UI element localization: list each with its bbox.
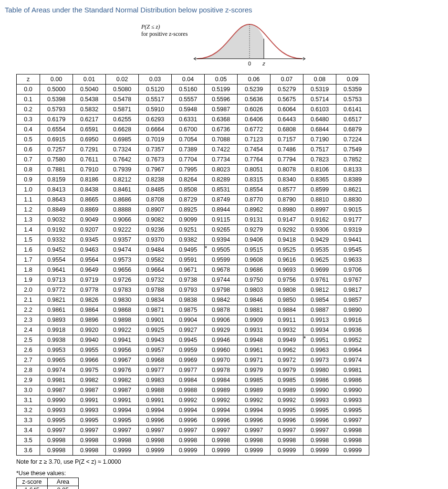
z-cell: 0.7291 <box>73 145 106 155</box>
z-table-row: 3.50.99980.99980.99980.99980.99980.99980… <box>17 436 369 446</box>
z-table-row: 2.30.98930.98960.98980.99010.99040.99060… <box>17 315 369 325</box>
z-cell: 0.9793 <box>172 285 205 295</box>
z-cell: 0.9988 <box>139 385 172 395</box>
z-table-row: 3.40.99970.99970.99970.99970.99970.99970… <box>17 425 369 436</box>
z-cell: 0.9906 <box>205 315 238 325</box>
z-cell: 0.9251 <box>172 225 205 235</box>
z-cell: 0.9999 <box>271 446 303 456</box>
z-cell: 0.9452 <box>40 245 73 255</box>
z-cell: 0.9957 <box>139 345 172 355</box>
z-table-col-header: 0.02 <box>106 74 139 85</box>
z-cell: 0.9938 <box>40 335 73 345</box>
z-cell: 0.9997 <box>271 425 303 436</box>
z-cell: 0.9997 <box>172 425 205 436</box>
z-cell: 0.9995 <box>271 405 303 415</box>
z-row-header: 2.7 <box>17 355 40 365</box>
z-cell: 0.9850 <box>271 295 303 305</box>
use-values-row: 1.6450.95← <box>17 486 79 489</box>
z-cell: 0.7054 <box>172 135 205 145</box>
z-cell: 0.9515 <box>238 245 271 255</box>
z-cell: 0.5160 <box>172 85 205 95</box>
z-score-table: z0.000.010.020.030.040.050.060.070.080.0… <box>16 74 369 456</box>
z-cell: 0.9686 <box>238 265 271 275</box>
z-cell: 0.9984 <box>172 375 205 385</box>
z-row-header: 0.5 <box>17 135 40 145</box>
z-cell: 0.8665 <box>73 195 106 205</box>
page-title: Table of Areas under the Standard Normal… <box>5 6 443 14</box>
z-cell: 0.9875 <box>172 305 205 315</box>
z-cell: 0.9976 <box>106 365 139 375</box>
z-cell: 0.9812 <box>303 285 336 295</box>
z-row-header: 0.9 <box>17 175 40 185</box>
z-cell: 0.7611 <box>73 155 106 165</box>
z-cell: 0.9756 <box>271 275 303 285</box>
z-cell: 0.9986 <box>336 375 369 385</box>
z-cell: 0.9987 <box>106 385 139 395</box>
z-cell: 0.9821 <box>40 295 73 305</box>
z-cell: 0.9032 <box>40 215 73 225</box>
z-row-header: 1.5 <box>17 235 40 245</box>
z-cell: 0.9998 <box>73 446 106 456</box>
z-table-row: 2.10.98210.98260.98300.98340.98380.98420… <box>17 295 369 305</box>
z-row-header: 1.4 <box>17 225 40 235</box>
z-cell: 0.7673 <box>139 155 172 165</box>
z-cell: 0.5987 <box>205 105 238 115</box>
z-cell: 0.9904 <box>172 315 205 325</box>
z-table-row: 0.90.81590.81860.82120.82380.82640.82890… <box>17 175 369 185</box>
z-cell: 0.9969 <box>172 355 205 365</box>
z-cell: 0.7486 <box>271 145 303 155</box>
z-cell: 0.5438 <box>73 95 106 105</box>
z-cell: 0.9999 <box>238 446 271 456</box>
z-cell: 0.8770 <box>238 195 271 205</box>
z-row-header: 1.8 <box>17 265 40 275</box>
z-cell: 0.5793 <box>40 105 73 115</box>
z-cell: 0.8925 <box>172 205 205 215</box>
z-cell: 0.9656 <box>106 265 139 275</box>
z-cell: 0.9693 <box>271 265 303 275</box>
z-cell: 0.9932 <box>271 325 303 335</box>
z-table-row: 0.50.69150.69500.69850.70190.70540.70880… <box>17 135 369 145</box>
z-cell: 0.9981 <box>336 365 369 375</box>
z-cell: 0.9099 <box>172 215 205 225</box>
z-table-row: 0.40.65540.65910.66280.66640.67000.67360… <box>17 125 369 135</box>
z-cell: 0.8729 <box>172 195 205 205</box>
z-cell: 0.9987 <box>73 385 106 395</box>
z-cell: 0.8907 <box>139 205 172 215</box>
z-cell: 0.9925 <box>139 325 172 335</box>
z-table-row: 3.30.99950.99950.99950.99960.99960.99960… <box>17 415 369 425</box>
z-cell: 0.9929 <box>205 325 238 335</box>
z-cell: 0.9382 <box>172 235 205 245</box>
z-cell: 0.9997 <box>205 425 238 436</box>
z-cell: 0.9599 <box>205 255 238 265</box>
z-cell: 0.8413 <box>40 185 73 195</box>
z-cell: 0.9306 <box>303 225 336 235</box>
use-z-cell: 1.645 <box>17 486 48 489</box>
z-cell: 0.5675 <box>271 95 303 105</box>
z-cell: 0.7704 <box>172 155 205 165</box>
z-cell: 0.9964 <box>336 345 369 355</box>
z-cell: 0.8438 <box>73 185 106 195</box>
z-cell: 0.9898 <box>106 315 139 325</box>
z-cell: 0.7157 <box>271 135 303 145</box>
z-cell: 0.9974 <box>40 365 73 375</box>
z-table-row: 2.20.98610.98640.98680.98710.98750.98780… <box>17 305 369 315</box>
z-row-header: 3.4 <box>17 425 40 436</box>
z-cell: 0.9738 <box>172 275 205 285</box>
z-cell: 0.7190 <box>303 135 336 145</box>
z-cell: 0.5279 <box>271 85 303 95</box>
z-cell: 0.7123 <box>238 135 271 145</box>
z-cell: 0.8577 <box>271 185 303 195</box>
z-cell: 0.9982 <box>73 375 106 385</box>
z-cell: 0.9998 <box>336 425 369 436</box>
z-cell: 0.9988 <box>172 385 205 395</box>
z-cell: 0.9864 <box>73 305 106 315</box>
z-cell: 0.9999 <box>336 446 369 456</box>
z-cell: 0.8531 <box>205 185 238 195</box>
z-cell: 0.9992 <box>238 395 271 405</box>
z-cell: 0.9995 <box>40 415 73 425</box>
z-cell: 0.9959 <box>172 345 205 355</box>
z-cell: 0.6141 <box>336 105 369 115</box>
z-cell: 0.8749 <box>205 195 238 205</box>
z-cell: 0.8264 <box>172 175 205 185</box>
z-cell: 0.8621 <box>336 185 369 195</box>
